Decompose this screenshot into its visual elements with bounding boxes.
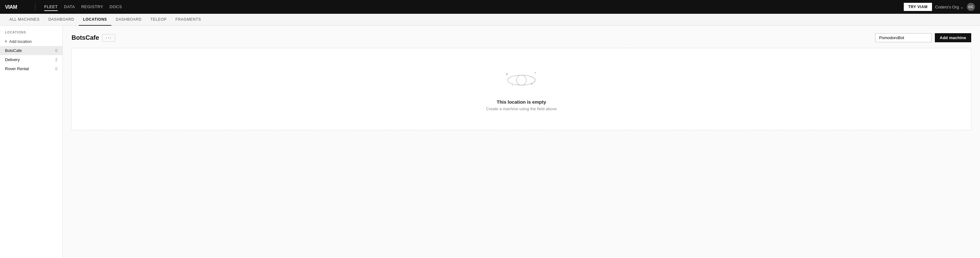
add-location-label: Add location <box>9 39 32 44</box>
org-name-label: Coders's Org <box>935 5 959 9</box>
nav-divider <box>35 3 35 11</box>
nav-registry[interactable]: REGISTRY <box>81 3 103 11</box>
empty-state-title: This location is empty <box>496 99 546 104</box>
svg-text:✦: ✦ <box>534 71 536 74</box>
subnav-locations[interactable]: LOCATIONS <box>79 14 111 26</box>
chevron-down-icon: ⌄ <box>960 5 964 9</box>
location-item-botscafe[interactable]: BotsCafe 0 <box>0 46 62 55</box>
org-selector[interactable]: Coders's Org ⌄ <box>935 5 964 9</box>
empty-state-card: ✦ ✦ ✦ ✦ This location is empty Create a … <box>72 48 971 130</box>
add-machine-row: Add machine <box>875 33 972 42</box>
sidebar-section-label: LOCATIONS <box>0 29 62 36</box>
svg-text:✦: ✦ <box>511 84 514 87</box>
location-title-row: BotsCafe ··· <box>72 34 115 42</box>
svg-text:VIAM: VIAM <box>5 4 17 10</box>
subnav-dashboard-1[interactable]: DASHBOARD <box>44 14 79 26</box>
nav-data[interactable]: DATA <box>64 3 75 11</box>
subnav-all-machines[interactable]: ALL MACHINES <box>5 14 44 26</box>
sub-nav: ALL MACHINES DASHBOARD LOCATIONS DASHBOA… <box>0 14 980 26</box>
nav-docs[interactable]: DOCS <box>110 3 122 11</box>
location-count: 0 <box>55 49 57 53</box>
add-machine-button[interactable]: Add machine <box>935 33 972 42</box>
location-count: 2 <box>55 58 57 62</box>
top-nav: VIAM FLEET DATA REGISTRY DOCS TRY VIAM C… <box>0 0 980 14</box>
location-name: BotsCafe <box>5 48 22 53</box>
try-viam-button[interactable]: TRY VIAM <box>904 3 932 11</box>
empty-state-subtitle: Create a machine using the field above <box>486 106 557 111</box>
location-title: BotsCafe <box>72 34 99 41</box>
machine-name-input[interactable] <box>875 33 932 42</box>
subnav-dashboard-2[interactable]: DASHBOARD <box>111 14 146 26</box>
location-item-rover-rental[interactable]: Rover Rental 0 <box>0 64 62 73</box>
location-item-delivery[interactable]: Delivery 2 <box>0 55 62 64</box>
nav-links: FLEET DATA REGISTRY DOCS <box>44 3 896 11</box>
empty-illustration: ✦ ✦ ✦ ✦ <box>503 67 540 93</box>
logo[interactable]: VIAM <box>5 3 24 10</box>
location-name: Delivery <box>5 57 20 62</box>
location-count: 0 <box>55 67 57 71</box>
subnav-fragments[interactable]: FRAGMENTS <box>171 14 205 26</box>
avatar: CC <box>967 3 975 11</box>
svg-text:✦: ✦ <box>505 72 509 77</box>
location-name: Rover Rental <box>5 66 29 71</box>
nav-right: TRY VIAM Coders's Org ⌄ CC <box>904 3 975 11</box>
subnav-teleop[interactable]: TELEOP <box>146 14 171 26</box>
more-options-button[interactable]: ··· <box>102 34 115 42</box>
add-location-button[interactable]: + Add location <box>0 36 62 46</box>
plus-icon: + <box>5 38 7 44</box>
nav-fleet[interactable]: FLEET <box>44 3 58 11</box>
location-header: BotsCafe ··· Add machine <box>72 33 971 42</box>
svg-point-6 <box>516 75 527 85</box>
sidebar: LOCATIONS + Add location BotsCafe 0 Deli… <box>0 26 63 258</box>
main-content: BotsCafe ··· Add machine ✦ ✦ ✦ ✦ <box>63 26 980 258</box>
layout: LOCATIONS + Add location BotsCafe 0 Deli… <box>0 26 980 258</box>
